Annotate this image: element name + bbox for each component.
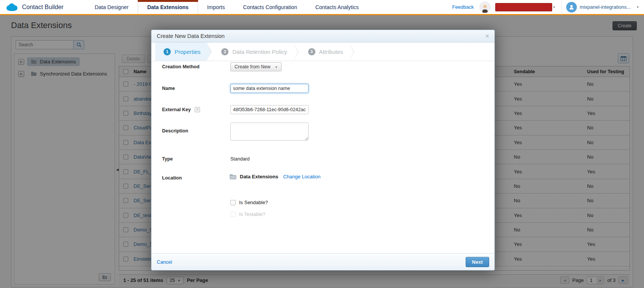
nav-right: Feedback ▾ mixpanel-integrations... ▾ [452,0,644,14]
is-sendable-row: Is Sendable? [230,200,268,205]
name-input[interactable] [230,84,309,93]
description-label: Description [162,128,188,134]
cancel-button[interactable]: Cancel [157,259,172,265]
is-testable-checkbox[interactable] [230,212,236,217]
tab-data-designer[interactable]: Data Designer [85,0,138,14]
person-icon [568,4,575,10]
chevron-down-icon: ▾ [275,65,277,69]
wizard-steps: 1 Properties 2 Data Retention Policy 3 A… [151,42,494,61]
location-row: Data Extensions Change Location [230,174,320,179]
creation-method-dropdown[interactable]: Create from New ▾ [230,62,282,71]
modal-header: Create New Data Extension × [151,30,494,42]
tab-contacts-configuration[interactable]: Contacts Configuration [234,0,306,14]
modal-title: Create New Data Extension [157,33,225,39]
chevron-down-icon[interactable]: ▾ [553,5,555,9]
redacted-account-box[interactable] [495,3,552,11]
description-textarea[interactable] [230,123,309,141]
nav-divider [561,0,562,15]
is-testable-row: Is Testable? [230,211,265,217]
create-data-extension-modal: Create New Data Extension × 1 Properties… [151,30,495,271]
external-key-label: External Key ? [162,107,200,112]
tab-imports[interactable]: Imports [198,0,234,14]
top-nav: Contact Builder Data Designer Data Exten… [0,0,644,15]
einstein-avatar[interactable] [479,2,491,13]
modal-body: Creation Method Create from New ▾ Name E… [151,62,494,253]
tab-data-extensions[interactable]: Data Extensions [138,0,198,14]
tab-contacts-analytics[interactable]: Contacts Analytics [306,0,368,14]
change-location-link[interactable]: Change Location [283,174,320,179]
brand: Contact Builder [0,0,69,14]
external-key-input[interactable] [230,105,309,114]
user-avatar[interactable] [566,2,577,13]
type-value: Standard [230,156,250,162]
help-icon[interactable]: ? [195,107,200,112]
step-attributes[interactable]: 3 Attributes [300,42,349,61]
name-label: Name [162,86,175,91]
account-chevron-down-icon[interactable]: ▾ [637,5,639,9]
salesforce-cloud-logo [5,3,18,12]
step-data-retention-policy[interactable]: 2 Data Retention Policy [213,42,293,61]
modal-footer: Cancel Next [151,253,494,270]
type-label: Type [162,156,173,162]
is-sendable-checkbox[interactable] [230,200,236,205]
feedback-link[interactable]: Feedback [452,4,474,10]
close-icon[interactable]: × [485,33,489,39]
app-title: Contact Builder [22,4,63,11]
app-window: Contact Builder Data Designer Data Exten… [0,0,644,288]
nav-tabs: Data Designer Data Extensions Imports Co… [85,0,368,14]
step-properties[interactable]: 1 Properties [155,42,206,61]
location-label: Location [162,175,182,181]
next-button[interactable]: Next [466,257,489,267]
creation-method-label: Creation Method [162,64,200,69]
location-value: Data Extensions [240,174,278,179]
account-name: mixpanel-integrations... [580,4,631,10]
folder-icon [230,174,236,179]
